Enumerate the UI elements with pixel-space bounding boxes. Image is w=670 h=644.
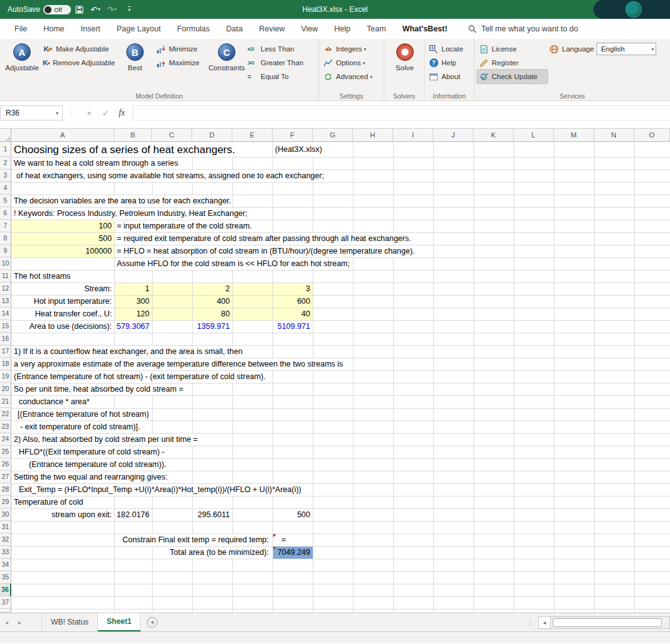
col-header-B[interactable]: B xyxy=(114,129,152,142)
sheet-nav-prev-icon[interactable]: ◂ xyxy=(0,619,13,626)
row-header-17[interactable]: 17 xyxy=(0,345,11,358)
col-header-K[interactable]: K xyxy=(473,129,514,142)
account-avatar[interactable] xyxy=(626,2,641,17)
name-box-caret-icon[interactable]: ▾ xyxy=(52,110,62,116)
col-header-D[interactable]: D xyxy=(192,129,232,142)
col-header-A[interactable]: A xyxy=(11,129,114,142)
col-header-O[interactable]: O xyxy=(634,129,670,142)
cell-A18[interactable]: a very approximate estimate of the avera… xyxy=(14,358,344,370)
cell-A26[interactable]: (Entrance temperature of cold stream)). xyxy=(29,459,168,471)
tab-data[interactable]: Data xyxy=(218,19,251,39)
hscroll-thumb[interactable] xyxy=(553,618,662,627)
cell-A19[interactable]: (Entrance temperature of hot stream) - (… xyxy=(14,371,267,383)
row-header-35[interactable]: 35 xyxy=(0,571,11,584)
row-header-5[interactable]: 5 xyxy=(0,195,11,207)
cell-A2[interactable]: We want to heat a cold stream through a … xyxy=(14,158,180,169)
cell-D14[interactable]: 80 xyxy=(221,308,230,320)
col-header-L[interactable]: L xyxy=(514,129,554,142)
cell-A24[interactable]: 2) Also, heat absorbed by cold stream pe… xyxy=(14,434,199,446)
cell-A13[interactable]: Hot input temperature: xyxy=(34,296,112,308)
row-header-10[interactable]: 10 xyxy=(0,257,11,270)
maximize-button[interactable]: Maximize xyxy=(154,56,207,70)
hscroll-left-button[interactable]: ◂ xyxy=(538,616,551,629)
cell-F30[interactable]: 500 xyxy=(297,509,310,521)
license-button[interactable]: License xyxy=(477,42,548,56)
greater-than-button[interactable]: >= Greater Than xyxy=(246,56,307,70)
sheet-tab-sheet1[interactable]: Sheet1 xyxy=(98,613,141,631)
row-header-15[interactable]: 15 xyxy=(0,320,11,333)
row-header-11[interactable]: 11 xyxy=(0,270,11,282)
row-header-2[interactable]: 2 xyxy=(0,157,11,169)
col-header-M[interactable]: M xyxy=(554,129,594,142)
row-header-33[interactable]: 33 xyxy=(0,546,11,559)
save-button[interactable] xyxy=(72,5,86,14)
col-header-F[interactable]: F xyxy=(273,129,313,142)
enter-button[interactable]: ✓ xyxy=(97,109,114,118)
cell-B14[interactable]: 120 xyxy=(136,308,149,320)
make-adjustable-button[interactable]: K⇄ Make Adjustable xyxy=(41,42,116,56)
tab-view[interactable]: View xyxy=(293,19,326,39)
tab-what-sbest[interactable]: What'sBest! xyxy=(394,19,456,39)
best-button[interactable]: B Best xyxy=(116,41,154,92)
row-header-24[interactable]: 24 xyxy=(0,433,11,446)
cell-A28[interactable]: Exit_Temp = (HFLO*Input_Temp +U(i)*Area(… xyxy=(19,484,303,496)
tab-insert[interactable]: Insert xyxy=(73,19,109,39)
row-header-18[interactable]: 18 xyxy=(0,358,11,370)
row-header-31[interactable]: 31 xyxy=(0,521,11,534)
tab-help[interactable]: Help xyxy=(326,19,359,39)
col-header-N[interactable]: N xyxy=(594,129,634,142)
tab-file[interactable]: File xyxy=(6,19,35,39)
cell-F32[interactable]: = xyxy=(281,534,286,546)
cell-A22[interactable]: [(Entrance temperature of hot stream) xyxy=(18,409,150,421)
options-button[interactable]: Options ▾ xyxy=(321,56,376,70)
cell-A12[interactable]: Stream: xyxy=(84,283,112,295)
row-header-20[interactable]: 20 xyxy=(0,383,11,395)
cell-A8[interactable]: 500 xyxy=(99,233,112,245)
cell-F15[interactable]: 5109.971 xyxy=(278,321,310,333)
col-header-H[interactable]: H xyxy=(353,129,393,142)
less-than-button[interactable]: <= Less Than xyxy=(246,42,307,56)
sheet-nav-next-icon[interactable]: ▸ xyxy=(13,619,26,626)
cell-A29[interactable]: Temperature of cold xyxy=(14,496,83,508)
constraints-button[interactable]: C Constraints xyxy=(207,41,246,92)
row-header-21[interactable]: 21 xyxy=(0,395,11,408)
col-header-I[interactable]: I xyxy=(393,129,433,142)
autosave-toggle[interactable]: Off xyxy=(43,5,71,14)
cell-A7[interactable]: 100 xyxy=(99,220,112,232)
about-button[interactable]: About xyxy=(427,70,467,83)
row-header-26[interactable]: 26 xyxy=(0,458,11,471)
col-header-G[interactable]: G xyxy=(313,129,353,142)
cancel-button[interactable]: × xyxy=(81,109,97,118)
row-header-37[interactable]: 37 xyxy=(0,596,11,609)
tab-formulas[interactable]: Formulas xyxy=(169,19,218,39)
row-header-14[interactable]: 14 xyxy=(0,308,11,320)
hscroll-track[interactable] xyxy=(551,616,670,629)
cell-A3[interactable]: of heat exchangers, using some available… xyxy=(16,170,325,182)
cell-F12[interactable]: 3 xyxy=(306,283,310,295)
row-header-3[interactable]: 3 xyxy=(0,169,11,182)
col-header-J[interactable]: J xyxy=(433,129,473,142)
cell-D13[interactable]: 400 xyxy=(217,296,230,308)
sheet-tab-wb-status[interactable]: WB! Status xyxy=(42,613,98,631)
row-header-36[interactable]: 36 xyxy=(0,584,11,596)
cell-A21[interactable]: conductance * area* xyxy=(19,396,90,408)
cell-F14[interactable]: 40 xyxy=(301,308,310,320)
row-header-38[interactable] xyxy=(0,609,11,613)
cell-F1[interactable]: (Heat3X.xlsx) xyxy=(275,142,323,157)
row-header-30[interactable]: 30 xyxy=(0,508,11,521)
tab-home[interactable]: Home xyxy=(35,19,72,39)
cell-B7[interactable]: = input temperature of the cold stream. xyxy=(117,220,253,232)
formula-bar-splitter[interactable]: ⋮ xyxy=(68,109,75,117)
qat-customize-button[interactable]: ▾ xyxy=(121,6,135,13)
cell-A5[interactable]: The decision variables are the area to u… xyxy=(14,195,232,207)
remove-adjustable-button[interactable]: K× Remove Adjustable xyxy=(41,56,116,70)
row-header-7[interactable]: 7 xyxy=(0,220,11,232)
cell-A17[interactable]: 1) If it is a counterflow heat exchanger… xyxy=(14,346,244,358)
undo-button[interactable]: ↶ ▾ xyxy=(89,5,102,14)
cell-D15[interactable]: 1359.971 xyxy=(197,321,230,333)
integers-button[interactable]: ◂0▸ Integers ▾ xyxy=(321,42,376,56)
cell-A9[interactable]: 100000 xyxy=(85,245,112,257)
cell-B30[interactable]: 182.0176 xyxy=(117,509,149,521)
tab-review[interactable]: Review xyxy=(251,19,293,39)
tabbar-dots-icon[interactable]: ⋮ xyxy=(522,618,538,626)
